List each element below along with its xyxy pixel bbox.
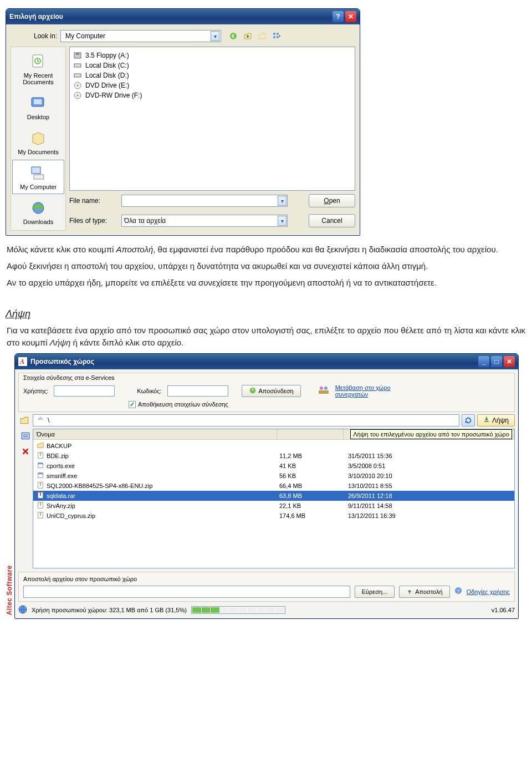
refresh-button[interactable] <box>462 414 475 426</box>
chevron-down-icon[interactable]: ▾ <box>278 216 287 226</box>
svg-rect-11 <box>32 167 40 174</box>
maximize-button[interactable]: □ <box>491 356 502 367</box>
file-row[interactable]: SQL2000-KB884525-SP4-x86-ENU.zip66,4 MB1… <box>33 481 514 491</box>
back-icon[interactable] <box>228 31 239 42</box>
usage-text: Χρήση προσωπικού χώρου: 323,1 MB από 1 G… <box>32 607 187 613</box>
svg-point-22 <box>77 95 79 96</box>
folder-icon <box>37 441 44 450</box>
new-folder-icon[interactable] <box>257 31 268 42</box>
logout-button[interactable]: Αποσύνδεση <box>242 385 301 397</box>
drive-e[interactable]: DVD Drive (E:) <box>73 80 351 90</box>
svg-rect-16 <box>76 53 79 55</box>
file-row[interactable]: BACKUP <box>33 441 514 451</box>
properties-button[interactable] <box>19 430 32 442</box>
browse-button[interactable]: Εύρεση... <box>355 586 395 598</box>
svg-rect-3 <box>273 33 275 35</box>
computer-icon <box>29 164 48 182</box>
version-label: v1.06.47 <box>492 607 515 613</box>
svg-rect-34 <box>40 453 41 456</box>
file-row[interactable]: smsniff.exe56 KB3/10/2010 20:10 <box>33 471 514 481</box>
svg-rect-4 <box>277 33 279 35</box>
delete-button[interactable] <box>19 445 32 458</box>
chevron-down-icon[interactable]: ▾ <box>278 196 287 206</box>
svg-rect-38 <box>38 473 43 474</box>
file-chooser-titlebar[interactable]: Επιλογή αρχείου ? ✕ <box>6 9 360 24</box>
help-link[interactable]: Οδηγίες χρήσης <box>467 588 510 595</box>
close-button[interactable]: ✕ <box>345 11 356 22</box>
look-in-combo[interactable]: My Computer ▾ <box>60 30 221 42</box>
exe-icon <box>37 461 44 470</box>
svg-rect-44 <box>40 502 41 506</box>
svg-rect-12 <box>34 175 44 179</box>
zip-icon <box>37 451 44 460</box>
download-button[interactable]: Λήψη <box>477 414 515 426</box>
file-chooser-title: Επιλογή αρχείου <box>9 13 332 21</box>
svg-rect-40 <box>40 482 41 486</box>
svg-rect-30 <box>22 433 29 439</box>
rar-icon <box>37 491 44 500</box>
folder-open-icon[interactable] <box>18 415 30 425</box>
globe-icon <box>18 605 27 615</box>
current-path: \ <box>48 416 49 424</box>
file-name-input[interactable]: ▾ <box>121 195 288 207</box>
file-row[interactable]: sqldata.rar63,8 MB26/9/2011 12:18 <box>33 491 514 501</box>
drive-f[interactable]: DVD-RW Drive (F:) <box>73 90 351 100</box>
file-row[interactable]: UniCD_cyprus.zip174,6 MB13/12/2011 16:39 <box>33 511 514 521</box>
svg-rect-36 <box>38 463 43 464</box>
usage-progress <box>191 606 285 614</box>
place-recent[interactable]: My Recent Documents <box>12 48 64 89</box>
upload-title: Αποστολή αρχείου στον προσωπικό χώρο <box>23 576 510 582</box>
drive-d[interactable]: Local Disk (D:) <box>73 70 351 80</box>
places-bar: My Recent Documents Desktop My Documents… <box>11 47 66 231</box>
drive-c[interactable]: Local Disk (C:) <box>73 60 351 70</box>
svg-text:A: A <box>19 358 24 365</box>
help-button[interactable]: ? <box>332 11 344 22</box>
drive-floppy[interactable]: 3.5 Floppy (A:) <box>73 50 351 60</box>
svg-rect-42 <box>40 492 41 496</box>
section-heading: Λήψη <box>6 308 526 320</box>
file-list-pane[interactable]: 3.5 Floppy (A:) Local Disk (C:) Local Di… <box>69 47 355 191</box>
file-row[interactable]: BDE.zip11,2 MB31/5/2011 15:36 <box>33 451 514 461</box>
minimize-button[interactable]: _ <box>478 356 489 367</box>
svg-rect-29 <box>484 421 489 422</box>
up-folder-icon[interactable] <box>242 31 253 42</box>
cancel-button[interactable]: Cancel <box>309 214 355 227</box>
downloads-icon <box>29 199 48 217</box>
file-chooser-dialog: Επιλογή αρχείου ? ✕ Look in: My Computer… <box>6 8 360 236</box>
view-menu-icon[interactable] <box>271 31 282 42</box>
file-row[interactable]: SrvAny.zip22,1 KB9/11/2011 14:58 <box>33 501 514 511</box>
column-name[interactable]: Όνομα <box>33 429 277 439</box>
file-row[interactable]: cports.exe41 KB3/5/2008 0:51 <box>33 461 514 471</box>
doc-paragraph-3: Αν το αρχείο υπάρχει ήδη, μπορείτε να επ… <box>7 277 525 289</box>
place-computer[interactable]: My Computer <box>12 160 64 194</box>
place-documents[interactable]: My Documents <box>12 125 64 159</box>
personal-space-titlebar[interactable]: A Προσωπικός χώρος _ □ ✕ <box>15 354 518 369</box>
documents-icon <box>29 129 48 148</box>
chevron-down-icon[interactable]: ▾ <box>211 31 219 41</box>
place-downloads[interactable]: Downloads <box>12 195 64 229</box>
partners-link[interactable]: Μετάβαση στο χώρο συνεργατών <box>335 384 413 398</box>
svg-rect-17 <box>74 64 81 67</box>
open-button[interactable]: Open <box>309 194 355 207</box>
svg-point-14 <box>33 205 44 209</box>
password-input[interactable] <box>167 385 228 397</box>
up-icon[interactable] <box>37 415 44 425</box>
upload-path-input[interactable] <box>23 586 350 598</box>
upload-button[interactable]: Αποστολή <box>399 586 449 598</box>
save-credentials-checkbox[interactable]: ✓ <box>129 401 136 408</box>
path-box[interactable]: \ <box>33 414 459 426</box>
files-of-type-combo[interactable]: Όλα τα αρχεία ▾ <box>121 215 288 227</box>
svg-rect-31 <box>23 435 28 435</box>
column-size[interactable] <box>277 429 344 439</box>
doc-paragraph-4: Για να κατεβάσετε ένα αρχείο από τον προ… <box>7 324 525 349</box>
close-button[interactable]: ✕ <box>504 356 515 367</box>
zip-icon <box>37 511 44 520</box>
svg-point-20 <box>77 85 79 87</box>
user-input[interactable] <box>54 385 115 397</box>
look-in-value: My Computer <box>65 32 208 40</box>
doc-paragraph-2: Αφού ξεκινήσει η αποστολή του αρχείου, υ… <box>7 260 525 272</box>
place-desktop[interactable]: Desktop <box>12 90 64 124</box>
svg-rect-6 <box>277 36 279 38</box>
personal-space-title: Προσωπικός χώρος <box>30 358 478 365</box>
remote-file-view[interactable]: Όνομα Λήψη του επιλεγμένου αρχείου από τ… <box>33 429 515 568</box>
